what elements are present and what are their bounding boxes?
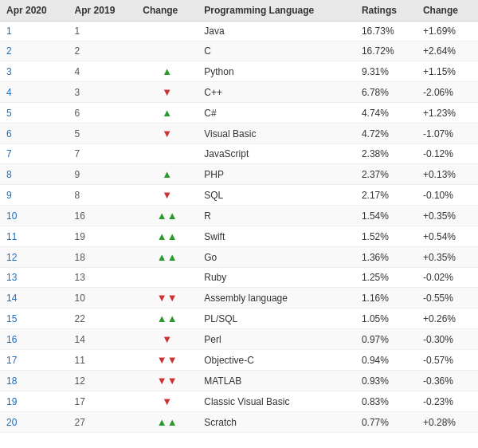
change-value: -0.36% <box>417 371 478 391</box>
table-row: 16 14 ▼ Perl 0.97% -0.30% <box>0 329 478 350</box>
table-row: 9 8 ▼ SQL 2.17% -0.10% <box>0 185 478 206</box>
rank-2020: 11 <box>0 226 69 247</box>
rating-value: 0.94% <box>355 350 417 371</box>
rating-value: 4.72% <box>355 124 417 144</box>
rating-value: 16.73% <box>355 22 417 41</box>
rank-2019: 19 <box>69 226 137 247</box>
language-name: Python <box>198 61 355 82</box>
rank-2019: 4 <box>69 61 137 82</box>
change-arrow <box>136 41 198 61</box>
rating-value: 1.52% <box>355 226 417 247</box>
rank-2020: 19 <box>0 391 69 412</box>
rating-value: 0.97% <box>355 329 417 350</box>
arrow-down-icon: ▼ <box>162 395 172 407</box>
rank-2019: 5 <box>69 124 137 144</box>
language-name: Go <box>198 247 355 268</box>
rating-value: 2.37% <box>355 164 417 185</box>
change-value: +1.23% <box>417 103 478 124</box>
arrow-down-icon: ▼ <box>162 86 172 98</box>
arrow-double-up-icon: ▲▲ <box>157 416 178 428</box>
rating-value: 9.31% <box>355 61 417 82</box>
change-arrow: ▲▲ <box>136 206 198 226</box>
change-value: -1.07% <box>417 124 478 144</box>
rank-2019: 14 <box>69 329 137 350</box>
table-row: 4 3 ▼ C++ 6.78% -2.06% <box>0 82 478 103</box>
change-value: +0.28% <box>417 412 478 433</box>
rank-2020: 20 <box>0 412 69 433</box>
table-row: 7 7 JavaScript 2.38% -0.12% <box>0 144 478 164</box>
arrow-double-down-icon: ▼▼ <box>157 375 178 387</box>
rank-2020: 13 <box>0 268 69 288</box>
rank-2019: 11 <box>69 350 137 371</box>
header-lang: Programming Language <box>198 0 355 22</box>
table-row: 8 9 ▲ PHP 2.37% +0.13% <box>0 164 478 185</box>
arrow-double-up-icon: ▲▲ <box>157 210 178 222</box>
rating-value: 0.77% <box>355 412 417 433</box>
language-name: Classic Visual Basic <box>198 391 355 412</box>
language-name: Swift <box>198 226 355 247</box>
language-name: JavaScript <box>198 144 355 164</box>
rank-2020: 10 <box>0 206 69 226</box>
change-arrow: ▼ <box>136 185 198 206</box>
arrow-up-icon: ▲ <box>162 168 172 180</box>
rank-2019: 10 <box>69 288 137 308</box>
change-value: -0.30% <box>417 329 478 350</box>
table-row: 6 5 ▼ Visual Basic 4.72% -1.07% <box>0 124 478 144</box>
rating-value: 0.83% <box>355 391 417 412</box>
change-arrow: ▲▲ <box>136 226 198 247</box>
language-name: R <box>198 206 355 226</box>
table-row: 1 1 Java 16.73% +1.69% <box>0 22 478 41</box>
table-row: 19 17 ▼ Classic Visual Basic 0.83% -0.23… <box>0 391 478 412</box>
language-name: MATLAB <box>198 371 355 391</box>
rank-2020: 1 <box>0 22 69 41</box>
rank-2020: 12 <box>0 247 69 268</box>
change-value: -0.23% <box>417 391 478 412</box>
change-value: +1.69% <box>417 22 478 41</box>
header-apr2019: Apr 2019 <box>69 0 137 22</box>
rank-2020: 18 <box>0 371 69 391</box>
table-row: 20 27 ▲▲ Scratch 0.77% +0.28% <box>0 412 478 433</box>
change-value: -2.06% <box>417 82 478 103</box>
change-value: -0.10% <box>417 185 478 206</box>
table-row: 11 19 ▲▲ Swift 1.52% +0.54% <box>0 226 478 247</box>
rank-2019: 16 <box>69 206 137 226</box>
language-name: SQL <box>198 185 355 206</box>
change-value: -0.02% <box>417 268 478 288</box>
language-name: Visual Basic <box>198 124 355 144</box>
change-value: -0.57% <box>417 350 478 371</box>
language-name: Scratch <box>198 412 355 433</box>
rank-2020: 5 <box>0 103 69 124</box>
arrow-down-icon: ▼ <box>162 333 172 345</box>
rank-2019: 6 <box>69 103 137 124</box>
header-ratings: Ratings <box>355 0 417 22</box>
change-arrow: ▲▲ <box>136 412 198 433</box>
rank-2019: 8 <box>69 185 137 206</box>
language-name: Java <box>198 22 355 41</box>
rank-2020: 4 <box>0 82 69 103</box>
rank-2020: 7 <box>0 144 69 164</box>
language-name: Perl <box>198 329 355 350</box>
arrow-double-down-icon: ▼▼ <box>157 354 178 366</box>
table-row: 14 10 ▼▼ Assembly language 1.16% -0.55% <box>0 288 478 308</box>
table-row: 2 2 C 16.72% +2.64% <box>0 41 478 61</box>
rating-value: 1.25% <box>355 268 417 288</box>
arrow-down-icon: ▼ <box>162 189 172 201</box>
rating-value: 1.36% <box>355 247 417 268</box>
rank-2019: 7 <box>69 144 137 164</box>
rating-value: 2.38% <box>355 144 417 164</box>
change-arrow: ▲▲ <box>136 308 198 329</box>
rank-2019: 13 <box>69 268 137 288</box>
rating-value: 6.78% <box>355 82 417 103</box>
change-arrow: ▲▲ <box>136 247 198 268</box>
change-arrow: ▼ <box>136 124 198 144</box>
rating-value: 2.17% <box>355 185 417 206</box>
arrow-double-up-icon: ▲▲ <box>157 312 178 324</box>
arrow-double-up-icon: ▲▲ <box>157 230 178 242</box>
rank-2019: 3 <box>69 82 137 103</box>
rank-2019: 27 <box>69 412 137 433</box>
arrow-double-up-icon: ▲▲ <box>157 251 178 263</box>
change-arrow: ▼▼ <box>136 288 198 308</box>
language-name: PL/SQL <box>198 308 355 329</box>
rank-2020: 3 <box>0 61 69 82</box>
language-name: C <box>198 41 355 61</box>
